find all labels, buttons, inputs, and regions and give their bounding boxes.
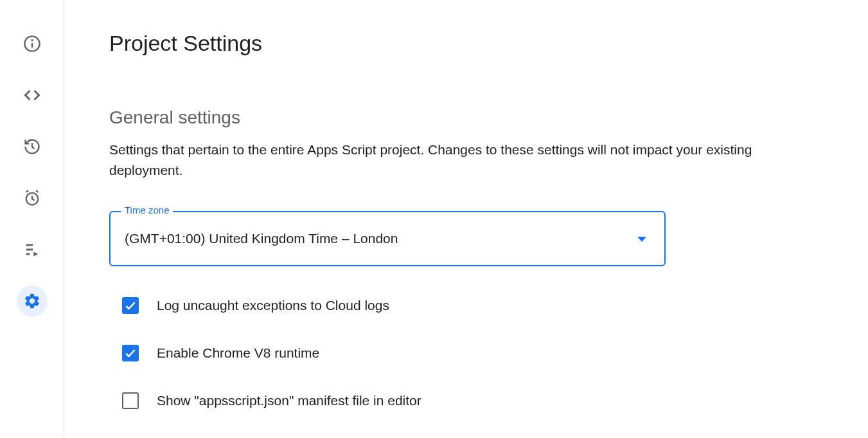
show-manifest-checkbox[interactable] <box>122 392 139 409</box>
sidebar-item-overview[interactable] <box>17 28 48 59</box>
info-icon <box>23 35 41 53</box>
check-icon <box>124 347 137 360</box>
sidebar <box>0 0 64 438</box>
sidebar-item-editor[interactable] <box>17 80 48 111</box>
general-settings-title: General settings <box>109 107 823 128</box>
sidebar-item-executions[interactable] <box>17 234 48 265</box>
svg-point-2 <box>31 40 32 41</box>
svg-marker-9 <box>33 252 38 257</box>
checkbox-row-log-exceptions: Log uncaught exceptions to Cloud logs <box>122 297 823 314</box>
v8-runtime-checkbox[interactable] <box>122 345 139 361</box>
timezone-label: Time zone <box>121 205 173 215</box>
gear-icon <box>23 292 41 310</box>
timezone-value: (GMT+01:00) United Kingdom Time – London <box>125 231 398 246</box>
svg-line-4 <box>26 190 28 192</box>
history-icon <box>23 138 41 156</box>
v8-runtime-label: Enable Chrome V8 runtime <box>157 345 319 361</box>
main-content: Project Settings General settings Settin… <box>64 0 868 438</box>
sidebar-item-history[interactable] <box>17 131 48 162</box>
dropdown-arrow-icon <box>637 233 646 244</box>
show-manifest-label: Show "appsscript.json" manifest file in … <box>157 393 421 408</box>
log-exceptions-label: Log uncaught exceptions to Cloud logs <box>157 298 389 313</box>
timezone-select-box[interactable]: (GMT+01:00) United Kingdom Time – London <box>109 211 666 266</box>
timezone-select[interactable]: Time zone (GMT+01:00) United Kingdom Tim… <box>109 211 666 266</box>
sidebar-item-settings[interactable] <box>17 286 48 316</box>
sidebar-item-triggers[interactable] <box>17 183 48 214</box>
svg-line-5 <box>35 190 38 192</box>
svg-marker-10 <box>637 237 646 242</box>
check-icon <box>124 299 137 312</box>
log-exceptions-checkbox[interactable] <box>122 297 139 314</box>
executions-icon <box>23 241 41 259</box>
alarm-icon <box>23 189 41 207</box>
general-settings-description: Settings that pertain to the entire Apps… <box>109 140 823 180</box>
page-title: Project Settings <box>109 31 823 56</box>
checkbox-row-show-manifest: Show "appsscript.json" manifest file in … <box>122 392 823 409</box>
checkbox-row-v8-runtime: Enable Chrome V8 runtime <box>122 345 823 361</box>
code-icon <box>23 86 41 104</box>
